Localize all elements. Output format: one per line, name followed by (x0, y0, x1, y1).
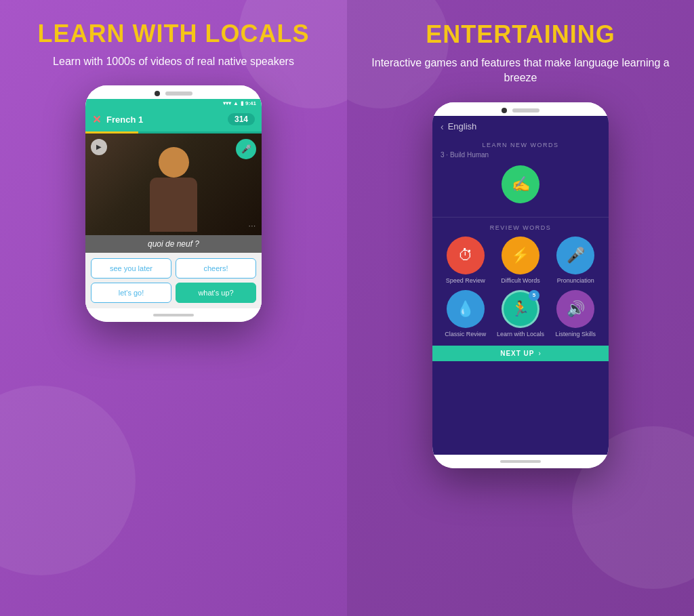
status-icons-left: ▾▾▾ ▲ ▮ 9:41 (223, 100, 256, 106)
next-up-text: NEXT UP (500, 350, 534, 357)
screen-right: ‹ English LEARN NEW WORDS 3 · Build Huma… (432, 116, 609, 455)
nav-bar-left: ✕ French 1 314 (85, 108, 262, 131)
learn-with-locals-label: Learn with Locals (497, 331, 544, 338)
left-title: LEARN WITH LOCALS (38, 20, 310, 47)
course-title: French 1 (106, 115, 222, 125)
listening-skills-button[interactable]: 🔊 (556, 290, 594, 328)
video-frame[interactable]: ▶ 🎤 ··· (85, 134, 262, 235)
battery-icon: ▮ (241, 100, 243, 106)
back-arrow-icon[interactable]: ‹ (441, 121, 444, 132)
camera-right (502, 108, 507, 113)
signal-icon: ▾▾▾ (223, 100, 231, 106)
review-item-locals: 🏃 5 Learn with Locals (495, 290, 545, 338)
run-icon: 🏃 (511, 300, 529, 318)
learn-with-locals-button[interactable]: 🏃 5 (502, 290, 539, 328)
chevron-right-icon: › (539, 350, 541, 357)
person-body (150, 178, 197, 232)
phone-right: ‹ English LEARN NEW WORDS 3 · Build Huma… (432, 102, 609, 468)
classic-review-button[interactable]: 💧 (447, 290, 485, 328)
time-display: 9:41 (245, 100, 256, 106)
camera-left (155, 91, 160, 96)
listening-skills-label: Listening Skills (556, 331, 596, 338)
review-words-label: REVIEW WORDS (441, 220, 600, 234)
water-icon: 💧 (456, 300, 474, 318)
mic-button[interactable]: 🎤 (236, 139, 256, 159)
video-subtitle: quoi de neuf ? (85, 235, 262, 253)
lightning-icon: ⚡ (511, 247, 529, 264)
screen-left: ▾▾▾ ▲ ▮ 9:41 ✕ French 1 314 ▶ (85, 99, 262, 308)
answer-3[interactable]: let's go! (91, 283, 171, 303)
review-item-pronunciation: 🎤 Pronunciation (551, 237, 600, 285)
answer-2[interactable]: cheers! (176, 258, 256, 279)
speaker-left (165, 91, 192, 96)
left-subtitle: Learn with 1000s of videos of real nativ… (53, 54, 294, 69)
speed-review-label: Speed Review (446, 277, 485, 285)
next-up-bar[interactable]: NEXT UP › (432, 346, 609, 361)
answer-1[interactable]: see you later (91, 258, 171, 279)
close-icon[interactable]: ✕ (92, 113, 101, 126)
phone-bottom-left (85, 308, 262, 322)
phone-notch-right (432, 102, 609, 116)
pronunciation-button[interactable]: 🎤 (556, 237, 594, 274)
review-item-speed: ⏱ Speed Review (441, 237, 490, 285)
learn-new-words-button[interactable]: ✍ (502, 165, 539, 203)
timer-icon: ⏱ (458, 247, 473, 264)
left-panel: LEARN WITH LOCALS Learn with 1000s of vi… (0, 0, 347, 616)
answers-grid: see you later cheers! let's go! what's u… (85, 253, 262, 308)
learn-btn-large: ✍ (441, 163, 600, 209)
pen-icon: ✍ (512, 176, 530, 193)
difficult-words-label: Difficult Words (501, 277, 540, 285)
home-indicator-left (153, 314, 194, 316)
play-button[interactable]: ▶ (91, 139, 107, 155)
speaker-right (512, 108, 539, 112)
options-dots[interactable]: ··· (249, 222, 256, 230)
review-grid: ⏱ Speed Review ⚡ Difficult Words 🎤 (441, 234, 600, 341)
right-panel: ENTERTAINING Interactive games and featu… (347, 0, 694, 616)
wifi-icon: ▲ (233, 100, 239, 106)
mic-icon: 🎤 (567, 247, 585, 264)
review-item-listening: 🔊 Listening Skills (551, 290, 600, 338)
person-silhouette (146, 147, 201, 235)
review-item-classic: 💧 Classic Review (441, 290, 490, 338)
phone-notch-left (85, 85, 262, 99)
learn-new-words-section: LEARN NEW WORDS 3 · Build Human ✍ (432, 135, 609, 218)
phone-bottom-right (432, 455, 609, 468)
phone-left: ▾▾▾ ▲ ▮ 9:41 ✕ French 1 314 ▶ (85, 85, 262, 322)
lnw-subtitle-text: 3 · Build Human (441, 151, 489, 159)
app-language: English (448, 121, 477, 131)
learn-new-words-label: LEARN NEW WORDS (441, 138, 600, 151)
locals-badge: 5 (529, 290, 539, 301)
difficult-words-button[interactable]: ⚡ (502, 237, 539, 274)
speed-review-button[interactable]: ⏱ (447, 237, 485, 274)
review-section: REVIEW WORDS ⏱ Speed Review ⚡ Difficult … (432, 218, 609, 346)
answer-4[interactable]: what's up? (176, 283, 256, 303)
status-bar-left: ▾▾▾ ▲ ▮ 9:41 (85, 99, 262, 108)
speaker-icon: 🔊 (567, 300, 585, 318)
score-badge: 314 (228, 113, 255, 125)
review-item-difficult: ⚡ Difficult Words (495, 237, 545, 285)
person-head (159, 147, 189, 178)
app-header: ‹ English (432, 116, 609, 135)
lnw-subtitle: 3 · Build Human (441, 151, 600, 159)
pronunciation-label: Pronunciation (557, 277, 594, 285)
right-subtitle: Interactive games and features that make… (361, 56, 680, 86)
right-title: ENTERTAINING (426, 20, 615, 49)
classic-review-label: Classic Review (445, 331, 486, 338)
home-indicator-right (500, 460, 541, 463)
